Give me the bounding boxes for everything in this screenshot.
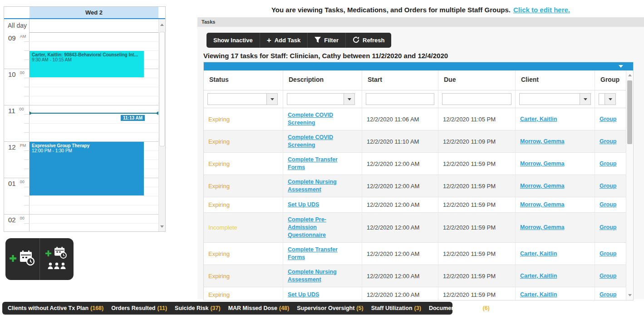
current-time-badge: 11:13 AM — [121, 115, 145, 121]
task-description-link[interactable]: Complete Nursing Assessment — [288, 178, 354, 194]
scrollbar-thumb[interactable] — [159, 32, 165, 146]
client-link[interactable]: Carter, Kaitlin — [520, 291, 557, 299]
add-group-appointment-button[interactable] — [39, 238, 74, 280]
group-link[interactable]: Group — [600, 272, 617, 280]
edit-groups-link[interactable]: Click to edit here. — [513, 6, 570, 14]
calendar-day-header[interactable]: Wed 2 — [29, 7, 158, 18]
calendar-header: Wed 2 — [4, 7, 165, 19]
status-bar-item[interactable]: Supervisor Oversight (5) — [297, 305, 363, 311]
chevron-down-icon[interactable] — [266, 94, 277, 105]
add-appointment-button[interactable] — [5, 238, 39, 280]
table-row: Expiring Complete COVID Screening 12/2/2… — [204, 130, 626, 153]
table-row: Expiring Complete Transfer Forms 12/2/20… — [204, 153, 626, 175]
add-task-button[interactable]: + Add Task — [260, 33, 308, 48]
column-header-due[interactable]: Due — [438, 70, 516, 90]
table-row: Expiring Set Up UDS 12/2/2020 12:00 AM 1… — [204, 197, 626, 213]
status-bar-item[interactable]: Clients without Active Tx Plan (168) — [8, 305, 103, 311]
hour-text: 11 — [8, 107, 15, 115]
status-text: Expiring — [208, 201, 230, 209]
start-cell: 12/2/2020 12:00 AM — [362, 197, 438, 212]
calendar-clock-icon — [52, 247, 68, 261]
status-bar-item[interactable]: MAR Missed Dose (48) — [228, 305, 290, 311]
hour-sub-text: 00 — [20, 70, 25, 75]
column-header-status[interactable]: Status — [204, 70, 283, 90]
hour-sub-text: 00 — [20, 107, 24, 111]
table-scrollbar[interactable] — [626, 70, 633, 300]
scroll-up-icon[interactable] — [628, 74, 632, 76]
group-link[interactable]: Group — [600, 115, 617, 123]
client-link[interactable]: Morrow, Gemma — [520, 138, 564, 145]
hour-text: 01 — [8, 180, 16, 187]
task-description-link[interactable]: Complete Nursing Assessment — [288, 268, 354, 284]
hour-sub-text: 00 — [20, 180, 25, 184]
column-header-description[interactable]: Description — [283, 70, 362, 90]
group-link[interactable]: Group — [600, 224, 617, 231]
task-description-link[interactable]: Complete COVID Screening — [288, 111, 354, 127]
status-bar-label: Orders Resulted — [111, 305, 155, 311]
table-filter-row — [204, 90, 626, 108]
task-description-link[interactable]: Set Up UDS — [288, 291, 319, 299]
due-filter-input[interactable] — [442, 93, 511, 105]
group-link[interactable]: Group — [600, 250, 617, 258]
status-bar-item[interactable]: Staff Utilization (3) — [371, 305, 421, 311]
calendar-gutter-header — [4, 7, 29, 18]
calendar-event-behavioral-counseling[interactable]: Carter, Kaitlin: 90843-Behavioral Counse… — [29, 51, 144, 77]
green-plus-icon — [10, 255, 16, 264]
refresh-button[interactable]: Refresh — [345, 33, 391, 48]
group-link[interactable]: Group — [600, 160, 617, 168]
calendar-event-group-therapy[interactable]: Expressive Group Therapy 12:00 PM - 1:30… — [29, 142, 144, 195]
start-cell: 12/2/2020 11:10 AM — [362, 130, 438, 152]
group-link[interactable]: Group — [600, 291, 617, 299]
hour-label: 0200 — [4, 215, 29, 232]
calendar-scrollbar[interactable] — [158, 19, 165, 231]
table-row: Expiring Complete COVID Screening 12/2/2… — [204, 108, 626, 130]
scroll-down-icon[interactable] — [628, 294, 632, 296]
add-task-label: Add Task — [275, 37, 301, 44]
status-bar-item[interactable]: Document Reviews (6) — [429, 305, 490, 311]
client-link[interactable]: Carter, Kaitlin — [520, 250, 557, 258]
scrollbar-thumb[interactable] — [627, 80, 632, 144]
tasks-panel-body: Show Inactive + Add Task Filter Refresh … — [197, 27, 644, 299]
group-link[interactable]: Group — [600, 182, 617, 190]
scroll-up-icon[interactable] — [160, 24, 164, 26]
task-description-link[interactable]: Complete Pre-Admission Questionnaire — [288, 216, 354, 239]
chevron-down-icon[interactable] — [580, 94, 590, 105]
plus-icon: + — [267, 36, 271, 44]
chevron-down-icon[interactable] — [619, 65, 623, 68]
status-bar-item[interactable]: Suicide Risk (37) — [175, 305, 221, 311]
status-bar-label: Supervisor Oversight — [297, 305, 354, 311]
status-bar-count: (11) — [157, 305, 167, 311]
description-filter-dropdown[interactable] — [287, 93, 355, 105]
status-filter-dropdown[interactable] — [207, 93, 278, 105]
filter-button[interactable]: Filter — [307, 33, 345, 48]
all-day-label: All day — [4, 19, 29, 29]
scroll-down-icon[interactable] — [160, 225, 164, 228]
column-header-client[interactable]: Client — [516, 70, 595, 90]
group-link[interactable]: Group — [600, 138, 617, 145]
client-link[interactable]: Carter, Kaitlin — [520, 272, 557, 280]
column-header-group[interactable]: Group — [595, 70, 626, 90]
table-row: Incomplete Complete Pre-Admission Questi… — [204, 213, 626, 243]
chevron-down-icon[interactable] — [605, 94, 615, 105]
chevron-down-icon[interactable] — [344, 94, 354, 105]
show-inactive-label: Show Inactive — [213, 37, 253, 44]
client-link[interactable]: Morrow, Gemma — [520, 182, 564, 190]
client-filter-dropdown[interactable] — [519, 93, 591, 105]
start-filter-input[interactable] — [366, 93, 434, 105]
client-link[interactable]: Morrow, Gemma — [520, 224, 564, 231]
group-link[interactable]: Group — [600, 201, 617, 209]
due-cell: 12/2/2020 11:59 PM — [438, 243, 516, 265]
task-description-link[interactable]: Complete Transfer Forms — [288, 156, 354, 171]
group-filter-dropdown[interactable] — [599, 93, 616, 105]
client-link[interactable]: Carter, Kaitlin — [520, 115, 557, 123]
task-description-link[interactable]: Complete Transfer Forms — [288, 246, 354, 261]
all-day-slot[interactable] — [29, 19, 158, 33]
status-bar-item[interactable]: Orders Resulted (11) — [111, 305, 167, 311]
show-inactive-button[interactable]: Show Inactive — [206, 33, 260, 48]
start-cell: 12/2/2020 12:00 AM — [362, 287, 438, 300]
client-link[interactable]: Morrow, Gemma — [520, 160, 564, 168]
task-description-link[interactable]: Set Up UDS — [288, 201, 319, 209]
task-description-link[interactable]: Complete COVID Screening — [288, 134, 354, 149]
client-link[interactable]: Morrow, Gemma — [520, 201, 564, 209]
column-header-start[interactable]: Start — [362, 70, 438, 90]
